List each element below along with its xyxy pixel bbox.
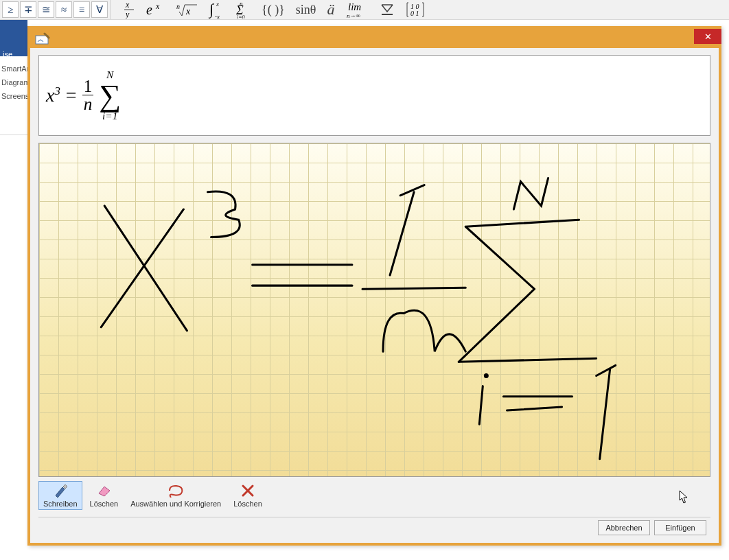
struct-fraction[interactable]: xy xyxy=(123,1,135,18)
svg-text:y: y xyxy=(125,10,130,19)
svg-text:i=0: i=0 xyxy=(237,14,245,19)
tool-select-label: Auswählen und Korrigieren xyxy=(130,500,221,508)
pen-icon xyxy=(51,483,69,498)
svg-text:x: x xyxy=(216,1,219,8)
preview-lhs-base: x xyxy=(46,84,54,106)
svg-text:x: x xyxy=(185,6,191,16)
struct-operator[interactable] xyxy=(380,1,395,18)
symbol-approx[interactable]: ≈ xyxy=(56,1,72,18)
preview-sum-lower: i=1 xyxy=(102,110,117,121)
symbol-ge[interactable]: ≥ xyxy=(2,1,19,18)
struct-exponent[interactable]: ex xyxy=(146,1,165,18)
close-button[interactable]: ✕ xyxy=(694,29,721,44)
tool-erase-label: Löschen xyxy=(90,500,119,508)
formula-preview: x3 = 1 n N ∑ i=1 xyxy=(38,55,710,136)
cancel-button[interactable]: Abbrechen xyxy=(598,520,650,535)
ink-toolbar: Schreiben Löschen Auswählen und Korrigie… xyxy=(38,481,710,517)
svg-text:n: n xyxy=(176,3,180,10)
svg-text:-x: -x xyxy=(215,13,220,19)
structures-group: xy ex nx ∫x-x nΣi=0 {( )} sinθ ä limn→∞ … xyxy=(111,0,425,19)
symbols-group: ≥ ∓ ≅ ≈ ≡ ∀ xyxy=(0,0,111,19)
svg-text:∫: ∫ xyxy=(208,1,215,19)
struct-function[interactable]: sinθ xyxy=(296,1,316,18)
clear-x-icon xyxy=(239,483,257,498)
dialog-titlebar[interactable]: ✕ xyxy=(30,29,719,48)
symbol-forall[interactable]: ∀ xyxy=(91,1,108,18)
svg-text:lim: lim xyxy=(348,1,361,12)
svg-rect-18 xyxy=(36,36,48,44)
struct-matrix[interactable]: 1 00 1 xyxy=(406,1,425,18)
dialog-footer: Abbrechen Einfügen xyxy=(38,517,710,537)
preview-frac-den: n xyxy=(82,95,94,113)
struct-accent[interactable]: ä xyxy=(327,1,334,18)
preview-fraction: 1 n xyxy=(82,78,94,113)
struct-summation[interactable]: nΣi=0 xyxy=(235,1,251,18)
svg-text:0 1: 0 1 xyxy=(410,10,419,17)
side-item-diagram[interactable]: Diagram xyxy=(0,75,27,89)
insert-side-menu: SmartArt Diagram Screensh xyxy=(0,62,27,103)
side-item-smartart[interactable]: SmartArt xyxy=(0,62,27,75)
symbol-cong[interactable]: ≅ xyxy=(38,1,54,18)
tool-select-correct[interactable]: Auswählen und Korrigieren xyxy=(126,481,226,510)
side-divider xyxy=(0,135,27,135)
preview-lhs-exp: 3 xyxy=(54,84,60,97)
svg-text:x: x xyxy=(125,1,130,10)
tool-write-label: Schreiben xyxy=(43,500,78,508)
svg-text:n→∞: n→∞ xyxy=(347,12,360,19)
eraser-icon xyxy=(95,483,113,498)
symbol-equiv[interactable]: ≡ xyxy=(73,1,90,18)
lasso-icon xyxy=(167,483,185,498)
preview-equals: = xyxy=(66,84,77,106)
struct-integral[interactable]: ∫x-x xyxy=(208,1,224,18)
svg-text:x: x xyxy=(155,2,160,11)
preview-sum-sigma: ∑ xyxy=(99,80,121,111)
tool-clear[interactable]: Löschen xyxy=(229,481,267,510)
ink-canvas[interactable] xyxy=(38,143,710,477)
ink-equation-dialog: ✕ x3 = 1 n N ∑ i=1 xyxy=(27,26,721,546)
close-icon: ✕ xyxy=(704,32,712,42)
struct-radical[interactable]: nx xyxy=(176,1,197,18)
preview-summation: N ∑ i=1 xyxy=(99,69,121,121)
struct-limit[interactable]: limn→∞ xyxy=(345,1,369,18)
equation-ribbon: ≥ ∓ ≅ ≈ ≡ ∀ xy ex nx ∫x-x nΣi=0 {( )} si… xyxy=(0,0,729,20)
symbol-mp[interactable]: ∓ xyxy=(20,1,36,18)
ink-equation-icon xyxy=(34,30,51,47)
svg-text:e: e xyxy=(146,2,152,17)
insert-button[interactable]: Einfügen xyxy=(654,520,706,535)
tool-write[interactable]: Schreiben xyxy=(38,481,82,510)
preview-frac-num: 1 xyxy=(82,78,94,95)
tool-clear-label: Löschen xyxy=(233,500,262,508)
tool-erase[interactable]: Löschen xyxy=(85,481,124,510)
ink-strokes xyxy=(39,143,710,476)
struct-bracket[interactable]: {( )} xyxy=(262,1,285,18)
ribbon-tab-label: ise xyxy=(3,50,12,58)
svg-point-19 xyxy=(485,374,487,377)
side-item-screenshot[interactable]: Screensh xyxy=(0,89,27,103)
